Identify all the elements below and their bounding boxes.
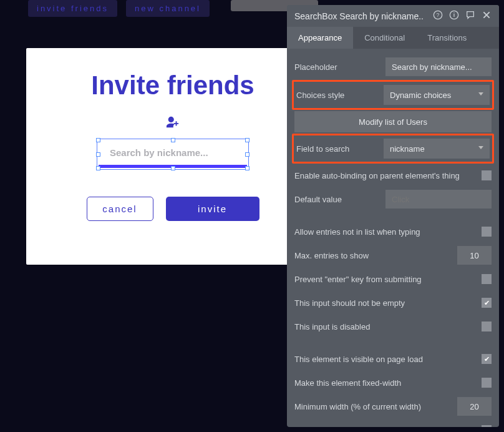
fixed-width-label: Make this element fixed-width: [294, 378, 482, 388]
min-width-label: Minimum width (% of current width): [294, 402, 457, 411]
modal-title: Invite friends: [91, 71, 254, 101]
resize-handle-tl[interactable]: [96, 138, 100, 142]
visible-checkbox[interactable]: [482, 354, 492, 364]
enable-autobind-checkbox[interactable]: [482, 170, 492, 180]
enable-autobind-label: Enable auto-binding on parent element's …: [294, 171, 482, 180]
resize-handle-br[interactable]: [245, 166, 250, 170]
chevron-down-icon: [478, 146, 483, 149]
prevent-enter-label: Prevent "enter" key from submitting: [294, 275, 482, 284]
choices-style-label: Choices style: [296, 91, 384, 100]
tab-conditional[interactable]: Conditional: [353, 27, 416, 49]
placeholder-label: Placeholder: [294, 62, 385, 72]
resize-handle-bl[interactable]: [96, 166, 100, 170]
resize-handle-tr[interactable]: [245, 138, 250, 142]
property-panel: SearchBox Search by nickname.. ? i Appea…: [287, 5, 499, 427]
help-icon[interactable]: ?: [433, 10, 443, 22]
close-icon[interactable]: [482, 10, 492, 22]
max-entries-label: Max. entries to show: [294, 251, 457, 260]
svg-text:i: i: [453, 12, 455, 18]
disabled-checkbox[interactable]: [482, 322, 492, 331]
choices-style-dropdown[interactable]: Dynamic choices: [384, 85, 490, 105]
allow-entries-label: Allow entries not in list when typing: [294, 227, 482, 237]
max-width-checkbox[interactable]: [482, 425, 492, 427]
field-to-search-value: nickname: [390, 144, 425, 154]
resize-handle-bc[interactable]: [171, 166, 175, 170]
placeholder-input[interactable]: [385, 57, 492, 76]
invite-friends-button[interactable]: invite friends: [28, 0, 117, 17]
default-value-label: Default value: [294, 195, 385, 204]
max-width-label: Apply a max width when the page is stret…: [294, 426, 482, 428]
panel-title: SearchBox Search by nickname..: [294, 11, 433, 21]
field-to-search-dropdown[interactable]: nickname: [384, 139, 490, 159]
resize-handle-mr[interactable]: [245, 152, 250, 157]
chevron-down-icon: [478, 92, 483, 96]
search-input[interactable]: [99, 140, 247, 164]
disabled-label: This input is disabled: [294, 322, 482, 331]
resize-handle-ml[interactable]: [96, 152, 100, 157]
user-plus-icon: [166, 115, 180, 129]
default-value-input[interactable]: [385, 190, 492, 209]
resize-handle-tc[interactable]: [171, 138, 175, 142]
modify-list-button[interactable]: Modify list of Users: [294, 111, 492, 132]
min-width-input[interactable]: [457, 397, 492, 416]
info-icon[interactable]: i: [449, 10, 459, 22]
invite-button[interactable]: invite: [166, 197, 259, 221]
new-channel-button[interactable]: new channel: [126, 0, 210, 17]
highlight-choices-style: Choices style Dynamic choices: [292, 80, 494, 110]
not-empty-label: This input should not be empty: [294, 298, 482, 308]
field-to-search-label: Field to search: [296, 144, 384, 154]
searchbox-element[interactable]: [99, 140, 247, 168]
svg-text:?: ?: [437, 12, 440, 18]
tab-appearance[interactable]: Appearance: [287, 27, 353, 49]
allow-entries-checkbox[interactable]: [482, 227, 492, 237]
comment-icon[interactable]: [465, 10, 475, 22]
fixed-width-checkbox[interactable]: [482, 378, 492, 388]
visible-label: This element is visible on page load: [294, 355, 482, 364]
choices-style-value: Dynamic choices: [390, 91, 451, 100]
tab-transitions[interactable]: Transitions: [416, 27, 478, 49]
prevent-enter-checkbox[interactable]: [482, 274, 492, 284]
highlight-field-to-search: Field to search nickname: [292, 134, 494, 164]
cancel-button[interactable]: cancel: [87, 197, 153, 221]
max-entries-input[interactable]: [457, 246, 492, 265]
not-empty-checkbox[interactable]: [482, 298, 492, 308]
invite-friends-modal: Invite friends cancel invite: [26, 48, 319, 265]
